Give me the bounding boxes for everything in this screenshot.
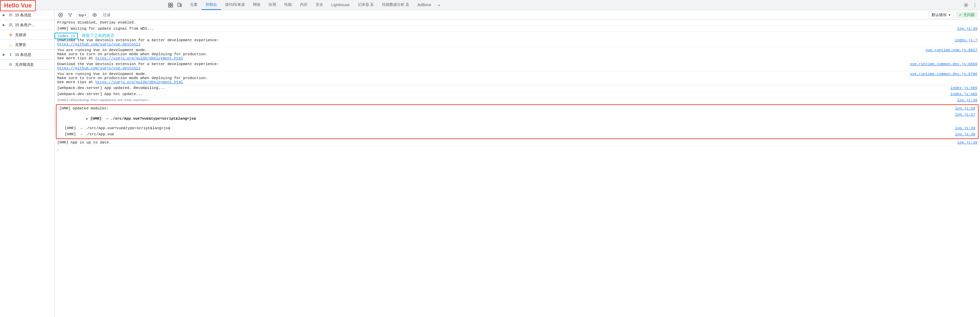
- tab-console[interactable]: 控制台: [202, 0, 221, 10]
- more-tabs-icon[interactable]: »: [435, 2, 443, 9]
- console-area: top ▾ 过滤 默认级别 ▾ ✓ 无问题 Progress disabled,: [54, 10, 980, 317]
- tab-perf-insights[interactable]: 性能数据分析 及: [378, 0, 414, 10]
- console-row: [HMR] – ./src/App.vue?vue&type=script&la…: [57, 125, 978, 131]
- hmr-bold-link[interactable]: [HMR] – ./src/App.vue?vue&type=script&la…: [90, 117, 196, 121]
- sidebar-item-no-warnings[interactable]: △ 无警告: [0, 40, 54, 50]
- tab-adblock[interactable]: AdBlock: [414, 0, 435, 10]
- info-icon: ℹ: [8, 52, 13, 57]
- console-row: [HMR] Waiting for update signal from WDS…: [54, 26, 980, 32]
- device-icon[interactable]: [176, 2, 183, 9]
- tab-network[interactable]: 网络: [249, 0, 264, 10]
- user-icon: [8, 22, 13, 27]
- message-source[interactable]: log.js:27: [955, 112, 975, 117]
- message-source[interactable]: vue.runtime.esm.js:8827: [926, 48, 977, 52]
- messages-icon: [8, 13, 13, 18]
- level-label: 默认级别: [932, 12, 947, 18]
- settings-icon[interactable]: [962, 2, 970, 9]
- console-row: [HMR] – ./src/App.vue log.js:39: [57, 131, 978, 138]
- tab-security[interactable]: 安全: [312, 0, 327, 10]
- tab-sources[interactable]: 源代码/来源: [221, 0, 249, 10]
- tab-elements[interactable]: 元素: [186, 0, 202, 10]
- sidebar-section-warnings: △ 无警告: [0, 40, 54, 50]
- message-text: [HMR] App is up to date.: [57, 141, 957, 144]
- top-context-dropdown[interactable]: top ▾: [76, 12, 89, 18]
- deployment-link-2[interactable]: https://vuejs.org/guide/deployment.html: [95, 80, 183, 84]
- tab-lighthouse[interactable]: Lighthouse: [327, 0, 354, 10]
- console-row: [HMR] Checking for updates on the server…: [54, 98, 980, 104]
- console-row: [webpack-dev-server] App updated. Recomp…: [54, 85, 980, 91]
- svg-rect-5: [180, 4, 181, 6]
- svg-rect-3: [171, 5, 173, 7]
- no-errors-label: 无错误: [15, 32, 26, 37]
- message-text: [HMR] – ./src/App.vue: [59, 132, 955, 136]
- console-row: You are running Vue in development mode.…: [54, 71, 980, 85]
- filter-label: 过滤: [103, 12, 110, 18]
- svg-point-14: [92, 14, 97, 16]
- clear-console-btn[interactable]: [57, 11, 64, 18]
- info-arrow: ▶: [3, 53, 6, 56]
- message-source[interactable]: index.js:485: [950, 92, 977, 96]
- hmr-updated-group: [HMR] Updated modules: log.js:39 ▶ [HMR]…: [56, 104, 978, 139]
- no-warnings-icon: △: [8, 42, 13, 47]
- eye-icon[interactable]: [91, 11, 98, 18]
- console-row: [HMR] App is up to date. log.js:39: [54, 140, 980, 146]
- message-source[interactable]: vue.runtime.common.dev.js:8699: [910, 62, 977, 66]
- svg-rect-1: [171, 3, 173, 5]
- message-text: Download the Vue Devtools extension for …: [57, 62, 910, 70]
- message-source[interactable]: index.js:7: [955, 38, 977, 42]
- sidebar-item-no-errors[interactable]: ⊗ 无错误: [0, 30, 54, 40]
- message-text: Download the Vue Devtools extension for …: [57, 38, 955, 46]
- expand-more-btn[interactable]: ›: [54, 146, 980, 154]
- console-row: Progress disabled, Overlay enabled.: [54, 20, 980, 26]
- message-source[interactable]: log.js:39: [955, 126, 975, 130]
- main-area: ▶ 15 条消息 ▶ 15 条用户... ⊗ 无错误: [0, 10, 980, 317]
- sidebar-item-no-verbose[interactable]: ⚙ 无详细消息: [0, 60, 54, 69]
- svg-rect-4: [178, 3, 180, 6]
- top-label: top: [79, 13, 84, 17]
- no-verbose-label: 无详细消息: [15, 62, 34, 67]
- top-dropdown-arrow: ▾: [84, 13, 86, 17]
- messages-label: 15 条消息: [15, 13, 31, 18]
- sidebar-item-user-messages[interactable]: ▶ 15 条用户...: [0, 20, 54, 30]
- user-messages-arrow: ▶: [3, 23, 6, 27]
- message-text: [HMR] – ./src/App.vue?vue&type=script&la…: [59, 126, 955, 130]
- vue-devtools-link-2[interactable]: https://github.com/vuejs/vue-devtools: [57, 66, 140, 70]
- message-source[interactable]: log.js:39: [957, 27, 977, 31]
- user-messages-label: 15 条用户...: [15, 22, 34, 27]
- svg-point-10: [10, 23, 11, 25]
- devtools-tab-bar: 元素 控制台 源代码/来源 网络 应用 性能 内存 安全 Lighthouse …: [0, 0, 980, 10]
- message-source[interactable]: log.js:39: [955, 106, 975, 110]
- filter-input-area[interactable]: 过滤: [101, 11, 112, 18]
- sidebar-section-info: ▶ ℹ 15 条信息: [0, 50, 54, 60]
- preserve-state-annotation: 保留了之前的状态: [82, 33, 115, 38]
- tab-performance[interactable]: 性能: [280, 0, 296, 10]
- message-text: [webpack-dev-server] App updated. Recomp…: [57, 86, 950, 90]
- message-source[interactable]: log.js:39: [955, 132, 975, 136]
- more-options-icon[interactable]: ⋮: [971, 2, 978, 9]
- inspect-icon[interactable]: [167, 2, 174, 9]
- tab-recorder[interactable]: 记录器 及: [354, 0, 378, 10]
- message-text: [HMR] Updated modules:: [59, 106, 955, 110]
- message-source[interactable]: vue.runtime.common.dev.js:8706: [910, 72, 977, 76]
- filter-toggle-btn[interactable]: [67, 11, 73, 18]
- level-dropdown[interactable]: 默认级别 ▾: [929, 11, 953, 18]
- message-text: ▶ [HMR] – ./src/App.vue?vue&type=script&…: [59, 112, 955, 125]
- message-source[interactable]: index.js:485: [950, 86, 977, 90]
- svg-rect-0: [169, 3, 170, 5]
- deployment-link-1[interactable]: https://vuejs.org/guide/deployment.html: [95, 56, 183, 60]
- vue-devtools-link-1[interactable]: https://github.com/vuejs/vue-devtools: [57, 42, 140, 46]
- index-js-badge[interactable]: index.js: [54, 33, 78, 39]
- sidebar-section-verbose: ⚙ 无详细消息: [0, 60, 54, 70]
- svg-point-6: [966, 5, 967, 6]
- console-row: Download the Vue Devtools extension for …: [54, 32, 980, 47]
- messages-arrow: ▶: [3, 13, 6, 17]
- sidebar-item-messages[interactable]: ▶ 15 条消息: [0, 10, 54, 20]
- sidebar-section-errors: ⊗ 无错误: [0, 30, 54, 40]
- message-source[interactable]: log.js:39: [957, 141, 977, 144]
- message-source[interactable]: log.js:39: [957, 98, 977, 102]
- tab-application[interactable]: 应用: [264, 0, 280, 10]
- index-js-section: index.js 保留了之前的状态 Download the Vue Devto…: [54, 32, 980, 47]
- tab-memory[interactable]: 内存: [296, 0, 312, 10]
- sidebar-item-info[interactable]: ▶ ℹ 15 条信息: [0, 50, 54, 59]
- no-warnings-label: 无警告: [15, 42, 26, 47]
